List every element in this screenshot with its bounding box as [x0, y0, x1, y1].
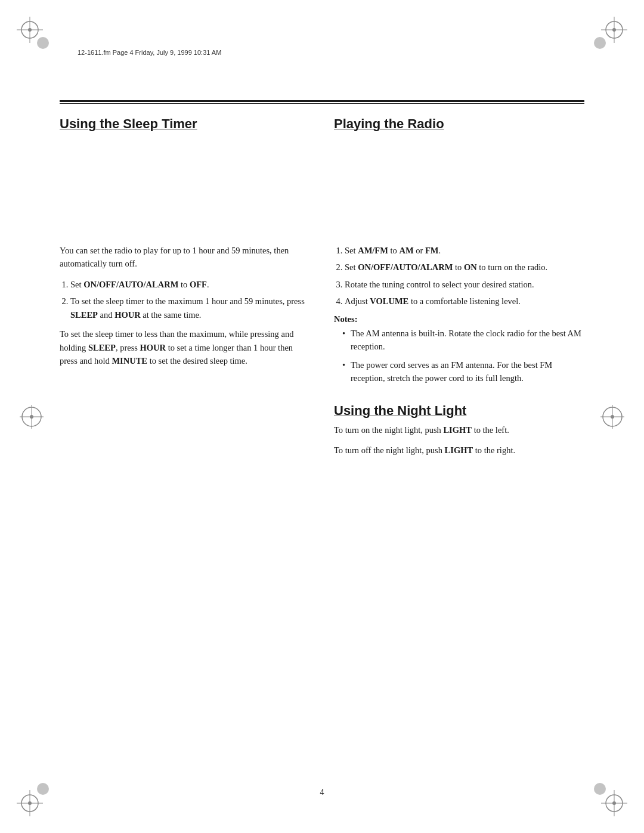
- sleep-timer-extra: To set the sleep timer to less than the …: [60, 327, 310, 367]
- sleep-timer-gap: [60, 137, 310, 244]
- rule-thin: [60, 103, 584, 104]
- page-number: 4: [320, 788, 324, 797]
- corner-mark-tl: [17, 17, 52, 52]
- corner-mark-br: [592, 781, 627, 816]
- sleep-timer-intro: You can set the radio to play for up to …: [60, 244, 310, 271]
- night-light-text2: To turn off the night light, push LIGHT …: [334, 444, 584, 457]
- svg-point-4: [37, 37, 49, 49]
- two-col-layout: Using the Sleep Timer You can set the ra…: [60, 116, 584, 465]
- note-1: The AM antenna is built-in. Rotate the c…: [342, 327, 584, 354]
- side-mark-right: [597, 402, 627, 432]
- night-light-heading: Using the Night Light: [334, 403, 584, 419]
- night-light-section: Using the Night Light To turn on the nig…: [334, 403, 584, 457]
- radio-step-2: Set ON/OFF/AUTO/ALARM to ON to turn on t…: [345, 261, 584, 274]
- sleep-timer-step-1: Set ON/OFF/AUTO/ALARM to OFF.: [70, 278, 310, 291]
- notes-list: The AM antenna is built-in. Rotate the c…: [342, 327, 584, 385]
- rule-thick: [60, 100, 584, 102]
- sleep-timer-steps: Set ON/OFF/AUTO/ALARM to OFF. To set the…: [70, 278, 310, 321]
- note-2: The power cord serves as an FM antenna. …: [342, 358, 584, 385]
- col-sleep-timer: Using the Sleep Timer You can set the ra…: [60, 116, 310, 465]
- radio-gap: [334, 137, 584, 244]
- header-info: 12-1611.fm Page 4 Friday, July 9, 1999 1…: [78, 49, 221, 56]
- radio-steps: Set AM/FM to AM or FM. Set ON/OFF/AUTO/A…: [345, 244, 584, 308]
- corner-mark-bl: [17, 781, 52, 816]
- radio-step-1: Set AM/FM to AM or FM.: [345, 244, 584, 257]
- corner-mark-tr: [592, 17, 627, 52]
- content-area: Using the Sleep Timer You can set the ra…: [60, 116, 584, 761]
- svg-point-9: [594, 37, 606, 49]
- notes-label: Notes:: [334, 314, 584, 324]
- sleep-timer-step-2: To set the sleep timer to the maximum 1 …: [70, 295, 310, 321]
- rule-top: [60, 100, 584, 104]
- page-container: 12-1611.fm Page 4 Friday, July 9, 1999 1…: [0, 0, 644, 833]
- svg-point-19: [594, 783, 606, 795]
- playing-radio-heading: Playing the Radio: [334, 116, 584, 132]
- svg-point-14: [37, 783, 49, 795]
- sleep-timer-heading: Using the Sleep Timer: [60, 116, 310, 132]
- night-light-text1: To turn on the night light, push LIGHT t…: [334, 423, 584, 436]
- radio-step-4: Adjust VOLUME to a comfortable listening…: [345, 295, 584, 308]
- radio-step-3: Rotate the tuning control to select your…: [345, 278, 584, 291]
- side-mark-left: [17, 402, 47, 432]
- col-radio: Playing the Radio Set AM/FM to AM or FM.…: [334, 116, 584, 465]
